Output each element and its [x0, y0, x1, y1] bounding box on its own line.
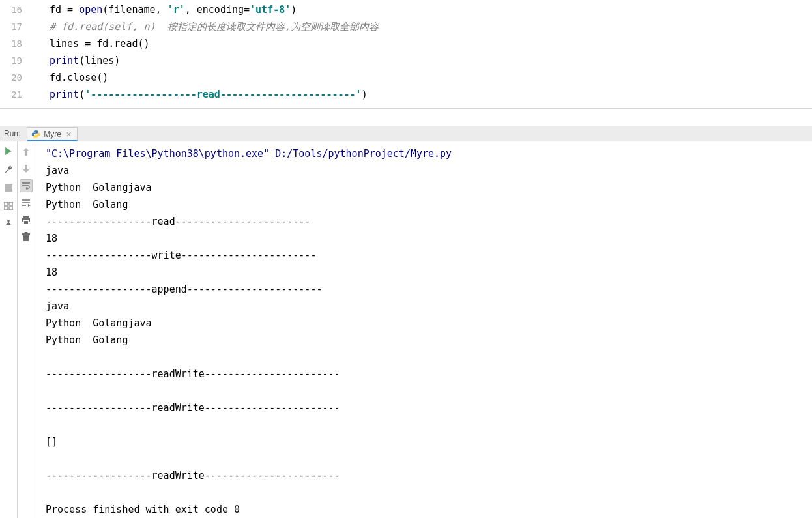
run-panel-body: "C:\Program Files\Python38\python.exe" D…	[0, 141, 812, 518]
console-line: ------------------write-----------------…	[46, 247, 812, 264]
console-line: java	[46, 162, 812, 179]
run-icon[interactable]	[3, 145, 14, 157]
console-output[interactable]: "C:\Program Files\Python38\python.exe" D…	[35, 141, 812, 518]
code-line[interactable]	[50, 103, 812, 109]
pin-icon[interactable]	[3, 218, 14, 230]
arrow-down-icon[interactable]	[20, 162, 33, 175]
svg-rect-3	[4, 207, 8, 210]
code-line[interactable]: print('------------------read-----------…	[50, 86, 812, 103]
console-line: []	[46, 433, 812, 450]
layout-icon[interactable]	[3, 200, 14, 212]
svg-rect-1	[4, 202, 8, 205]
line-number: 19	[0, 52, 22, 69]
console-line: Python Golang	[46, 196, 812, 213]
run-tab[interactable]: Myre ✕	[27, 127, 78, 141]
console-line: java	[46, 298, 812, 315]
scroll-to-end-icon[interactable]	[20, 196, 33, 209]
code-line[interactable]: fd = open(filename, 'r', encoding='utf-8…	[50, 1, 812, 18]
console-line: ------------------readWrite-------------…	[46, 399, 812, 416]
console-line: 18	[46, 230, 812, 247]
trash-icon[interactable]	[20, 230, 33, 243]
line-number: 22	[0, 103, 22, 109]
arrow-up-icon[interactable]	[20, 145, 33, 158]
console-line	[46, 450, 812, 467]
line-number: 18	[0, 35, 22, 52]
console-command: "C:\Program Files\Python38\python.exe" D…	[46, 145, 812, 162]
svg-rect-0	[5, 184, 12, 192]
console-line: ------------------append----------------…	[46, 281, 812, 298]
svg-rect-4	[9, 207, 13, 210]
editor-code[interactable]: fd = open(filename, 'r', encoding='utf-8…	[27, 0, 812, 108]
code-line[interactable]: fd.close()	[50, 69, 812, 86]
console-line: 18	[46, 264, 812, 281]
console-line: ------------------read------------------…	[46, 213, 812, 230]
code-line[interactable]: print(lines)	[50, 52, 812, 69]
stop-icon[interactable]	[3, 182, 14, 194]
editor-gutter: 16171819202122	[0, 0, 27, 108]
run-label: Run:	[4, 129, 20, 138]
console-line: Python Golangjava	[46, 315, 812, 332]
line-number: 17	[0, 18, 22, 35]
console-line	[46, 349, 812, 366]
svg-rect-2	[9, 202, 13, 205]
code-line[interactable]: # fd.read(self, n) 按指定的长度读取文件内容,为空则读取全部内…	[50, 18, 812, 35]
run-toolbar-right	[18, 141, 35, 518]
python-icon	[31, 130, 40, 139]
console-line: Python Golangjava	[46, 179, 812, 196]
line-number: 16	[0, 1, 22, 18]
run-panel-header: Run: Myre ✕	[0, 126, 812, 141]
console-line	[46, 484, 812, 501]
console-line	[46, 416, 812, 433]
close-icon[interactable]: ✕	[66, 130, 72, 139]
soft-wrap-icon[interactable]	[20, 179, 33, 192]
wrench-icon[interactable]	[3, 164, 14, 175]
console-line: ------------------readWrite-------------…	[46, 467, 812, 484]
editor-pane[interactable]: 16171819202122 fd = open(filename, 'r', …	[0, 0, 812, 109]
console-line	[46, 382, 812, 399]
run-tab-name: Myre	[44, 130, 61, 139]
run-toolbar-left	[0, 141, 18, 518]
console-line: ------------------readWrite-------------…	[46, 366, 812, 382]
console-line: Python Golang	[46, 332, 812, 349]
console-line: Process finished with exit code 0	[46, 501, 812, 518]
code-line[interactable]: lines = fd.read()	[50, 35, 812, 52]
line-number: 21	[0, 86, 22, 103]
line-number: 20	[0, 69, 22, 86]
print-icon[interactable]	[20, 213, 33, 226]
